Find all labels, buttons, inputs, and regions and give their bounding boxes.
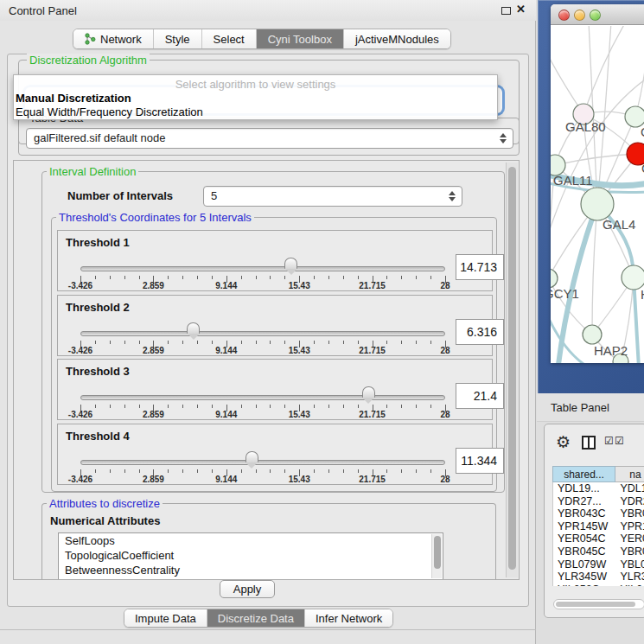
slider-tick xyxy=(95,405,96,408)
table-row[interactable]: YBR045CYBR0 xyxy=(553,545,644,558)
table-horizontal-scrollbar[interactable] xyxy=(553,599,644,609)
attributes-group: Numerical Attributes SelfLoopsTopologica… xyxy=(41,503,496,580)
slider-tick-label: -3.426 xyxy=(68,410,92,419)
threshold-slider-thumb[interactable] xyxy=(284,258,297,275)
slider-tick xyxy=(168,405,169,408)
numerical-attributes-list[interactable]: SelfLoopsTopologicalCoefficientBetweenne… xyxy=(58,532,443,580)
network-node[interactable] xyxy=(583,325,602,344)
attribute-list-item[interactable]: BetweennessCentrality xyxy=(59,563,443,577)
table-panel-title: Table Panel xyxy=(551,401,609,414)
zoom-traffic-light-icon[interactable] xyxy=(590,10,601,21)
slider-tick xyxy=(343,276,344,279)
checkbox-column-icon[interactable]: ☑ xyxy=(615,435,624,447)
tab-label: Select xyxy=(214,33,245,46)
tab-discretize-data[interactable]: Discretize Data xyxy=(207,609,305,627)
attribute-list-item[interactable]: SelfLoops xyxy=(59,533,443,548)
number-of-intervals-value: 5 xyxy=(211,189,217,202)
slider-tick xyxy=(270,341,271,344)
slider-tick-label: -3.426 xyxy=(68,281,92,290)
threshold-slider-track[interactable] xyxy=(80,331,445,336)
slider-tick xyxy=(386,469,387,473)
tab-jactivemnodules[interactable]: jActiveMNodules xyxy=(344,29,450,48)
tab-label: Infer Network xyxy=(316,612,382,625)
threshold-slider-thumb[interactable] xyxy=(187,322,200,340)
slider-tick-label: 28 xyxy=(440,281,450,290)
tab-style[interactable]: Style xyxy=(154,29,202,48)
tab-impute-data[interactable]: Impute Data xyxy=(124,609,207,627)
table-row[interactable]: YIL052CYIL0 xyxy=(553,583,644,586)
tab-select[interactable]: Select xyxy=(202,29,257,48)
threshold-value-field[interactable]: 21.4 xyxy=(456,383,504,409)
threshold-value-field[interactable]: 14.713 xyxy=(456,254,504,280)
control-panel-title: Control Panel xyxy=(9,4,77,17)
table-data-combo[interactable]: galFiltered.sif default node xyxy=(26,128,513,149)
table-row[interactable]: YDL19...YDL1 xyxy=(553,482,644,495)
network-view-window[interactable]: GAL80GCGAL11GAL4GCY1HHAP2 xyxy=(551,4,644,363)
settings-scrollbar[interactable] xyxy=(506,163,518,577)
network-node-label: HAP2 xyxy=(594,343,628,358)
threshold-value-field[interactable]: 11.344 xyxy=(456,448,504,474)
slider-tick xyxy=(110,341,111,344)
threshold-slider-track[interactable] xyxy=(80,395,445,400)
slider-tick xyxy=(284,405,285,408)
slider-tick xyxy=(430,469,431,473)
number-of-intervals-label: Number of Intervals xyxy=(67,189,173,202)
slider-tick xyxy=(343,405,344,408)
gear-icon[interactable]: ⚙ xyxy=(556,432,571,452)
network-window-titlebar[interactable] xyxy=(551,4,644,25)
tab-network[interactable]: Network xyxy=(73,29,154,48)
slider-tick-label: 9.144 xyxy=(215,475,237,484)
slider-tick xyxy=(401,469,402,473)
popup-item-manual-discretization[interactable]: Manual Discretization xyxy=(16,92,131,105)
network-window-frame: GAL80GCGAL11GAL4GCY1HHAP2 xyxy=(538,0,644,393)
network-node[interactable] xyxy=(622,265,644,290)
slider-tick xyxy=(401,405,402,408)
network-canvas[interactable]: GAL80GCGAL11GAL4GCY1HHAP2 xyxy=(551,26,644,363)
table-cell-shared-name: YBR045C xyxy=(553,545,615,558)
float-window-icon[interactable] xyxy=(501,7,511,15)
slider-tick xyxy=(416,341,417,344)
threshold-slider-track[interactable] xyxy=(80,266,445,271)
threshold-slider-thumb[interactable] xyxy=(245,451,258,469)
table-data-group: galFiltered.sif default node xyxy=(18,118,520,156)
table-cell-shared-name: YPR145W xyxy=(553,520,615,533)
slider-tick xyxy=(358,405,359,408)
number-of-intervals-combo[interactable]: 5 xyxy=(203,186,462,207)
threshold-slider-thumb[interactable] xyxy=(362,386,375,404)
network-node[interactable] xyxy=(581,188,614,220)
minimize-traffic-light-icon[interactable] xyxy=(574,10,585,21)
apply-button[interactable]: Apply xyxy=(220,580,275,598)
table-header-shared[interactable]: shared... xyxy=(552,466,615,482)
attributes-list-scrollbar[interactable] xyxy=(431,534,442,578)
tab-infer-network[interactable]: Infer Network xyxy=(305,609,392,627)
slider-tick xyxy=(284,341,285,344)
popup-item-equal-width-frequency[interactable]: Equal Width/Frequency Discretization xyxy=(16,105,203,118)
attribute-list-item[interactable]: TopologicalCoefficient xyxy=(59,548,443,563)
network-node-label: GAL11 xyxy=(553,173,593,188)
table-row[interactable]: YLR345WYLR3 xyxy=(553,571,644,583)
slider-tick-label: 15.43 xyxy=(289,410,310,419)
slider-tick xyxy=(95,469,96,473)
slider-tick xyxy=(197,469,198,473)
threshold-slider-track[interactable] xyxy=(80,460,445,465)
tab-label: jActiveMNodules xyxy=(355,33,439,46)
table-cell-shared-name: YDR27... xyxy=(553,495,615,508)
tab-cyni-toolbox[interactable]: Cyni Toolbox xyxy=(257,29,344,48)
table-row[interactable]: YBL079WYBL0 xyxy=(553,558,644,571)
attributes-group-title: Attributes to discretize xyxy=(47,497,163,510)
network-node[interactable] xyxy=(551,269,558,288)
checkbox-column-icon[interactable]: ☑ xyxy=(604,435,614,447)
slider-tick xyxy=(197,276,198,279)
table-row[interactable]: YPR145WYPR1 xyxy=(553,520,644,533)
table-row[interactable]: YBR043CYBR0 xyxy=(553,507,644,520)
slider-tick xyxy=(124,341,125,344)
threshold-value-field[interactable]: 6.316 xyxy=(456,319,504,345)
split-columns-icon[interactable] xyxy=(582,436,596,450)
table-cell-shared-name: YIL052C xyxy=(553,583,615,586)
table-header-name[interactable]: na xyxy=(615,466,644,482)
table-row[interactable]: YER054CYER0 xyxy=(553,532,644,545)
close-icon[interactable]: ✕ xyxy=(516,3,526,16)
slider-tick-label: 9.144 xyxy=(215,281,237,290)
close-traffic-light-icon[interactable] xyxy=(558,10,570,21)
table-row[interactable]: YDR27...YDR2 xyxy=(553,495,644,508)
